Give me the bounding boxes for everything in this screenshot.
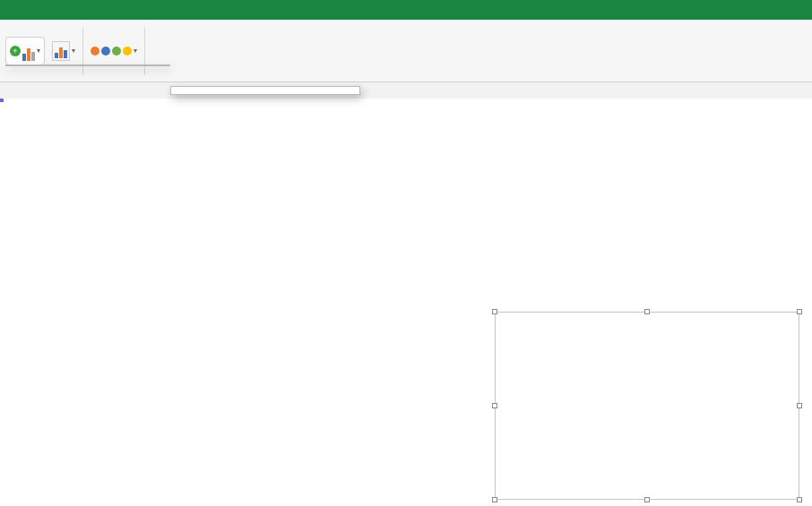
quick-layout-button[interactable]: ▾ (52, 29, 75, 73)
chart-plot-area[interactable] (533, 320, 788, 436)
ribbon-tabs (0, 0, 812, 20)
add-chart-element-menu (5, 64, 170, 66)
axis-titles-submenu (170, 86, 360, 95)
embedded-chart[interactable] (495, 312, 799, 500)
change-colors-button[interactable]: ▾ (91, 29, 137, 73)
add-chart-element-button[interactable]: + ▾ (5, 37, 45, 65)
ribbon-toolbar: + ▾ ▾ ▾ (0, 20, 812, 82)
